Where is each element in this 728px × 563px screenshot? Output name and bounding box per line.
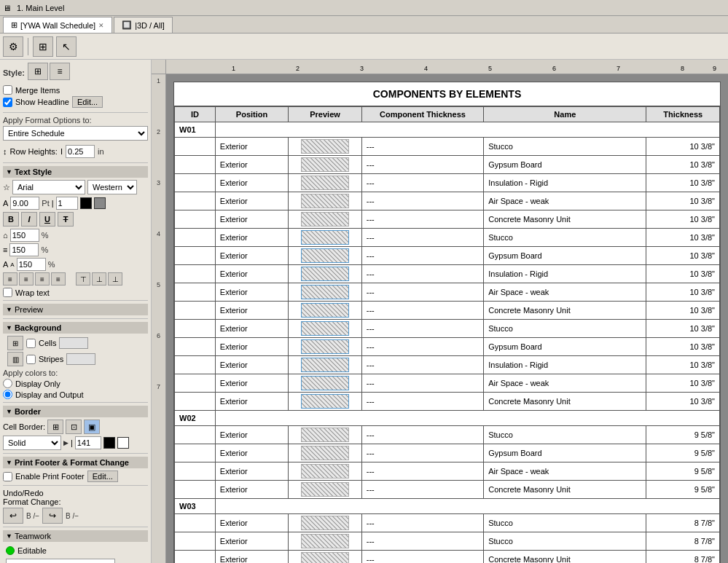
display-only-radio[interactable] (3, 379, 12, 388)
cell-id (175, 426, 216, 444)
edit-headline-btn[interactable]: Edit... (72, 96, 103, 108)
cell-component-thickness: --- (361, 514, 483, 532)
border-header[interactable]: ▼ Border (3, 406, 148, 417)
font-encoding-select[interactable]: Western (87, 180, 137, 194)
preview-header[interactable]: ▼ Preview (3, 304, 148, 315)
wrap-text-checkbox[interactable] (3, 288, 12, 297)
table-row[interactable]: Exterior --- Insulation - Rigid 10 3/8" (175, 174, 720, 192)
redo-btn[interactable]: ↪ (42, 508, 63, 524)
border-weight-input[interactable] (75, 436, 101, 449)
align-center-btn[interactable]: ≡ (19, 272, 34, 286)
align-bottom-btn[interactable]: ⊥ (108, 272, 122, 286)
line-spacing-pct: % (41, 245, 48, 254)
align-right-btn[interactable]: ≡ (35, 272, 50, 286)
edit-footer-btn[interactable]: Edit... (87, 471, 118, 482)
col-preview: Preview (289, 107, 361, 122)
underline-btn[interactable]: U (39, 212, 55, 227)
divider-3 (3, 300, 148, 301)
stripes-checkbox[interactable] (26, 355, 36, 364)
table-row[interactable]: Exterior --- Gypsum Board 10 3/8" (175, 338, 720, 356)
release-select[interactable]: Release (6, 559, 115, 563)
background-header[interactable]: ▼ Background (3, 322, 148, 334)
align-top-btn[interactable]: ⊤ (76, 272, 90, 286)
border-btn-1[interactable]: ⊞ (47, 420, 63, 434)
table-row[interactable]: Exterior --- Concrete Masonry Unit 8 7/8… (175, 551, 720, 564)
border-btn-2[interactable]: ⊡ (66, 420, 82, 434)
italic-btn[interactable]: I (21, 212, 37, 227)
show-headline-checkbox[interactable] (3, 98, 12, 107)
apply-format-section: Apply Format Options to: Entire Schedule (3, 116, 148, 141)
display-output-label: Display and Output (15, 390, 84, 399)
divider-7 (3, 485, 148, 486)
cell-name: Gypsum Board (484, 444, 646, 462)
toolbar-settings-btn[interactable]: ⚙ (3, 36, 23, 57)
apply-format-select[interactable]: Entire Schedule (3, 126, 148, 141)
text-size-input[interactable] (17, 258, 46, 271)
schedule-wrapper[interactable]: COMPONENTS BY ELEMENTS ID Position Previ… (166, 74, 728, 563)
table-row[interactable]: Exterior --- Stucco 9 5/8" (175, 426, 720, 444)
border-color-swatch[interactable] (103, 437, 115, 449)
bold-btn[interactable]: B (3, 212, 19, 227)
table-row[interactable]: Exterior --- Concrete Masonry Unit 9 5/8… (175, 481, 720, 499)
table-row[interactable]: Exterior --- Insulation - Rigid 10 3/8" (175, 356, 720, 374)
table-row[interactable]: Exterior --- Air Space - weak 9 5/8" (175, 462, 720, 481)
align-left-btn[interactable]: ≡ (3, 272, 17, 286)
merge-items-checkbox[interactable] (3, 85, 12, 95)
border-color-white-swatch[interactable] (117, 437, 129, 449)
table-row[interactable]: Exterior --- Air Space - weak 10 3/8" (175, 374, 720, 393)
tab-3d[interactable]: 🔲 |3D / All] (114, 17, 173, 33)
table-row[interactable]: Exterior --- Insulation - Rigid 10 3/8" (175, 265, 720, 283)
toolbar-arrow-btn[interactable]: ↖ (56, 36, 77, 57)
color-gray-swatch[interactable] (94, 197, 106, 209)
enable-print-footer-checkbox[interactable] (3, 472, 12, 481)
table-row[interactable]: Exterior --- Stucco 10 3/8" (175, 138, 720, 156)
cell-thickness: 10 3/8" (646, 302, 720, 320)
table-row[interactable]: Exterior --- Concrete Masonry Unit 10 3/… (175, 210, 720, 229)
cell-preview (289, 174, 361, 192)
cell-thickness: 10 3/8" (646, 247, 720, 265)
line-spacing-input[interactable] (9, 243, 39, 256)
teamwork-header[interactable]: ▼ Teamwork (3, 530, 148, 542)
table-row[interactable]: Exterior --- Concrete Masonry Unit 10 3/… (175, 302, 720, 320)
cell-name: Concrete Masonry Unit (484, 551, 646, 564)
cell-name: Concrete Masonry Unit (484, 393, 646, 411)
stripes-color-box[interactable] (66, 353, 95, 365)
line-count-input[interactable] (56, 197, 78, 210)
row-height-input[interactable] (66, 145, 95, 158)
tab-wall-schedule[interactable]: ⊞ [YWA Wall Schedule] ✕ (3, 17, 112, 33)
print-footer-header[interactable]: ▼ Print Footer & Format Change (3, 457, 148, 468)
align-row: ≡ ≡ ≡ ≡ ⊤ ⊥ ⊥ (3, 272, 148, 286)
toolbar-grid-btn[interactable]: ⊞ (33, 36, 53, 57)
list-view-btn[interactable]: ≡ (50, 63, 70, 80)
table-row[interactable]: Exterior --- Air Space - weak 10 3/8" (175, 283, 720, 302)
table-row[interactable]: Exterior --- Gypsum Board 10 3/8" (175, 247, 720, 265)
font-size-input[interactable] (10, 197, 39, 210)
table-row[interactable]: Exterior --- Stucco 10 3/8" (175, 229, 720, 247)
table-row[interactable]: Exterior --- Stucco 8 7/8" (175, 514, 720, 532)
border-btn-3[interactable]: ▣ (84, 420, 100, 434)
section-id: W02 (175, 411, 216, 426)
cells-color-box[interactable] (59, 337, 88, 349)
table-row[interactable]: Exterior --- Stucco 10 3/8" (175, 320, 720, 338)
cells-checkbox[interactable] (26, 339, 36, 348)
undo-btn[interactable]: ↩ (3, 508, 23, 524)
color-black-swatch[interactable] (80, 197, 92, 209)
cell-name: Insulation - Rigid (484, 174, 646, 192)
table-row[interactable]: Exterior --- Gypsum Board 10 3/8" (175, 156, 720, 174)
text-style-header[interactable]: ▼ Text Style (3, 166, 148, 178)
height-icon: I (60, 147, 63, 156)
table-row[interactable]: Exterior --- Gypsum Board 9 5/8" (175, 444, 720, 462)
grid-view-btn[interactable]: ⊞ (28, 63, 48, 80)
align-justify-btn[interactable]: ≡ (51, 272, 66, 286)
table-row[interactable]: Exterior --- Concrete Masonry Unit 10 3/… (175, 393, 720, 411)
border-style-select[interactable]: Solid (3, 436, 61, 450)
char-spacing-input[interactable] (10, 229, 39, 242)
table-row[interactable]: Exterior --- Stucco 8 7/8" (175, 532, 720, 551)
cell-preview (289, 265, 361, 283)
table-row[interactable]: Exterior --- Air Space - weak 10 3/8" (175, 192, 720, 210)
align-middle-btn[interactable]: ⊥ (92, 272, 106, 286)
display-output-radio[interactable] (3, 390, 12, 399)
font-name-select[interactable]: Arial (12, 180, 85, 194)
strikethrough-btn[interactable]: T (58, 212, 74, 227)
tab-close-icon[interactable]: ✕ (98, 22, 104, 29)
